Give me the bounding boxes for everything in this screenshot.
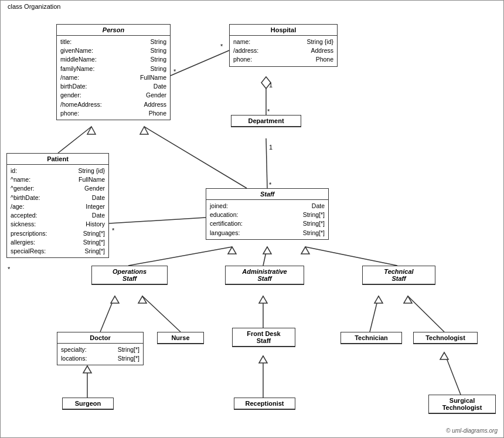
operations-staff-class: OperationsStaff (91, 266, 168, 285)
svg-marker-36 (440, 352, 448, 359)
department-class: Department (231, 115, 301, 127)
svg-text:*: * (269, 181, 272, 188)
svg-marker-20 (301, 247, 309, 254)
front-desk-header: Front DeskStaff (233, 328, 295, 347)
patient-body: id:String {id} ^name:FullName ^gender:Ge… (7, 165, 108, 257)
receptionist-class: Receptionist (234, 398, 295, 410)
svg-line-35 (444, 352, 461, 395)
patient-class: Patient id:String {id} ^name:FullName ^g… (6, 153, 109, 258)
person-header: Person (57, 25, 170, 36)
receptionist-header: Receptionist (234, 398, 295, 409)
technologist-class: Technologist (413, 332, 478, 344)
svg-marker-22 (111, 296, 119, 303)
svg-line-19 (305, 247, 397, 266)
surgeon-class: Surgeon (62, 398, 114, 410)
doctor-body: specialty:String[*] locations:String[*] (57, 344, 143, 365)
svg-marker-26 (259, 296, 267, 303)
svg-marker-16 (228, 247, 236, 254)
front-desk-class: Front DeskStaff (232, 328, 295, 347)
svg-marker-32 (83, 366, 91, 373)
svg-marker-18 (263, 247, 271, 254)
technician-header: Technician (341, 332, 401, 344)
person-body: title:String givenName:String middleName… (57, 36, 170, 120)
department-header: Department (231, 116, 301, 127)
svg-text:*: * (267, 108, 270, 115)
diagram-container: class Organization * * 1 * 1 * * (0, 0, 504, 438)
doctor-class: Doctor specialty:String[*] locations:Str… (57, 332, 144, 365)
svg-line-10 (58, 127, 91, 153)
svg-text:1: 1 (269, 144, 273, 151)
nurse-header: Nurse (158, 332, 203, 344)
patient-header: Patient (7, 154, 108, 165)
hospital-class: Hospital name:String {id} /address:Addre… (229, 24, 338, 67)
svg-marker-11 (87, 127, 96, 134)
staff-body: joined:Date education:String[*] certific… (206, 200, 328, 239)
svg-marker-4 (261, 77, 271, 89)
copyright: © uml-diagrams.org (446, 427, 498, 434)
svg-line-23 (142, 296, 181, 332)
nurse-class: Nurse (157, 332, 204, 344)
svg-line-37 (109, 218, 206, 223)
svg-line-17 (263, 247, 267, 266)
admin-staff-header: AdministrativeStaff (226, 266, 304, 284)
svg-line-29 (408, 296, 444, 332)
svg-marker-30 (404, 296, 412, 303)
staff-header: Staff (206, 189, 328, 200)
svg-line-27 (370, 296, 379, 332)
svg-marker-28 (374, 296, 383, 303)
surgical-technologist-header: SurgicalTechnologist (429, 395, 495, 413)
hospital-body: name:String {id} /address:Address phone:… (230, 36, 337, 66)
admin-staff-class: AdministrativeStaff (225, 266, 304, 285)
svg-line-0 (171, 50, 229, 76)
technician-class: Technician (340, 332, 402, 344)
staff-class: Staff joined:Date education:String[*] ce… (206, 188, 329, 240)
svg-text:*: * (173, 68, 176, 75)
svg-line-21 (100, 296, 115, 332)
surgeon-header: Surgeon (63, 398, 113, 409)
surgical-technologist-class: SurgicalTechnologist (428, 395, 496, 414)
svg-marker-13 (140, 127, 148, 134)
operations-staff-header: OperationsStaff (92, 266, 167, 284)
doctor-header: Doctor (57, 332, 143, 344)
technical-staff-class: TechnicalStaff (362, 266, 435, 285)
hospital-header: Hospital (230, 25, 337, 36)
svg-text:*: * (220, 43, 223, 50)
svg-text:1: 1 (269, 82, 273, 89)
svg-marker-34 (259, 356, 267, 363)
svg-line-7 (266, 138, 267, 188)
person-class: Person title:String givenName:String mid… (56, 24, 171, 120)
technologist-header: Technologist (414, 332, 477, 344)
svg-marker-24 (138, 296, 147, 303)
svg-text:*: * (112, 227, 115, 234)
diagram-title: class Organization (5, 3, 63, 10)
svg-line-12 (144, 127, 247, 188)
svg-line-15 (128, 247, 232, 266)
technical-staff-header: TechnicalStaff (363, 266, 435, 284)
svg-text:*: * (8, 266, 11, 273)
